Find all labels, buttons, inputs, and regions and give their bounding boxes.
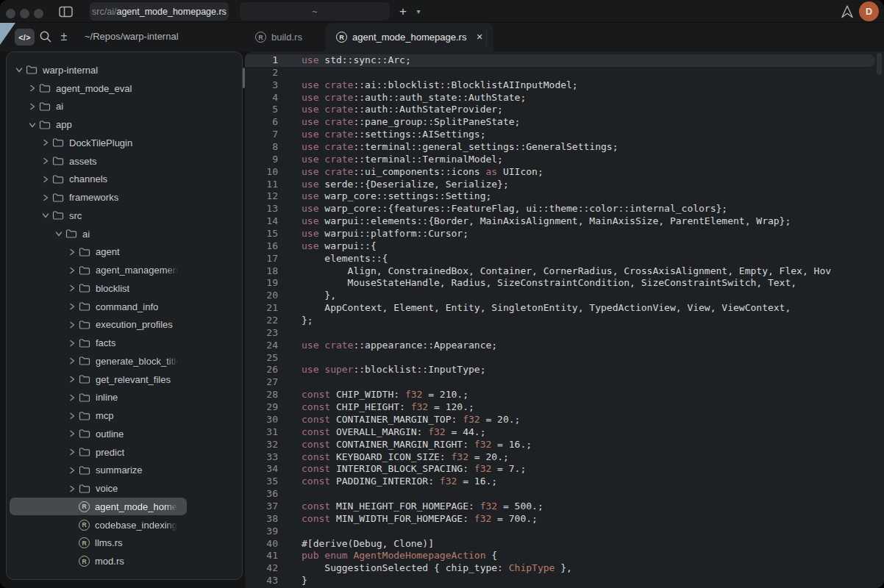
tree-folder-item[interactable]: app	[7, 115, 242, 134]
chevron-right-icon[interactable]	[42, 157, 52, 165]
chevron-right-icon[interactable]	[68, 284, 79, 292]
code-line[interactable]: 4use crate::auth::auth_state::AuthState;	[245, 92, 884, 104]
code-line[interactable]: 36	[245, 488, 884, 501]
zoom-window-button[interactable]	[34, 9, 43, 18]
chevron-right-icon[interactable]	[68, 485, 79, 492]
code-line[interactable]: 41pub enum AgentModeHomepageAction {	[245, 550, 884, 562]
editor-tab-active[interactable]: Ragent_mode_homepage.rs✕	[326, 23, 493, 51]
code-line[interactable]: 29const CHIP_HEIGHT: f32 = 120.;	[245, 401, 884, 414]
code-line[interactable]: 24use crate::appearance::Appearance;	[245, 340, 884, 352]
code-line[interactable]: 3use crate::ai::blocklist::BlocklistAIIn…	[245, 79, 884, 92]
tree-folder-item[interactable]: get_relevant_files	[7, 370, 242, 389]
chevron-right-icon[interactable]	[68, 412, 79, 420]
tree-folder-item[interactable]: blocklist	[7, 279, 242, 298]
tree-file-item[interactable]: Rmod.rs	[7, 552, 242, 570]
chevron-right-icon[interactable]	[68, 376, 79, 383]
code-line[interactable]: 28const CHIP_WIDTH: f32 = 210.;	[245, 389, 884, 401]
chevron-right-icon[interactable]	[42, 176, 52, 183]
code-line[interactable]: 19 MouseStateHandle, Radius, SizeConstra…	[245, 277, 884, 290]
code-line[interactable]: 21 AppContext, Element, Entity, Singleto…	[245, 302, 884, 315]
code-line[interactable]: 8use crate::terminal::general_settings::…	[245, 141, 884, 154]
code-line[interactable]: 38const MIN_WIDTH_FOR_HOMEPAGE: f32 = 70…	[245, 513, 884, 526]
warp-logo-icon[interactable]	[839, 4, 855, 19]
chevron-right-icon[interactable]	[68, 340, 79, 347]
code-line[interactable]: 12use warp_core::settings::Setting;	[245, 190, 884, 203]
chevron-right-icon[interactable]	[68, 394, 79, 401]
code-line[interactable]: 2	[245, 67, 884, 79]
code-line[interactable]: 43}	[245, 575, 884, 587]
terminal-tab-inactive[interactable]: ~	[240, 2, 390, 21]
tree-folder-item[interactable]: agent_mode_eval	[7, 79, 242, 98]
code-line[interactable]: 16use warpui::{	[245, 240, 884, 253]
tree-file-item[interactable]: Rcodebase_indexing.rs	[7, 516, 242, 534]
code-line[interactable]: 17 elements::{	[245, 253, 884, 265]
code-line[interactable]: 42 SuggestionSelected { chip_type: ChipT…	[245, 562, 884, 575]
close-window-button[interactable]	[6, 9, 15, 18]
chevron-right-icon[interactable]	[42, 194, 52, 201]
code-line[interactable]: 32const CONTAINER_MARGIN_RIGHT: f32 = 16…	[245, 439, 884, 451]
code-line[interactable]: 26use super::blocklist::InputType;	[245, 364, 884, 376]
code-line[interactable]: 7use crate::settings::AISettings;	[245, 129, 884, 141]
code-line[interactable]: 18 Align, ConstrainedBox, Container, Cor…	[245, 265, 884, 278]
code-line[interactable]: 11use serde::{Deserialize, Serialize};	[245, 179, 884, 191]
tree-folder-item[interactable]: command_info	[7, 298, 242, 316]
code-line[interactable]: 33const KEYBOARD_ICON_SIZE: f32 = 20.;	[245, 451, 884, 464]
tree-folder-item[interactable]: summarize	[7, 462, 242, 480]
tree-folder-item[interactable]: frameworks	[7, 188, 242, 207]
minimize-window-button[interactable]	[20, 9, 29, 18]
chevron-down-icon[interactable]	[15, 66, 26, 74]
tree-folder-item[interactable]: ai	[7, 225, 242, 243]
user-avatar[interactable]: D	[859, 1, 879, 21]
tree-folder-item[interactable]: assets	[7, 152, 242, 171]
chevron-down-icon[interactable]	[55, 230, 65, 237]
tree-folder-item[interactable]: mcp	[7, 406, 242, 425]
sidebar-toggle-icon[interactable]	[58, 5, 74, 18]
code-line[interactable]: 9use crate::terminal::TerminalModel;	[245, 154, 884, 166]
tree-file-item[interactable]: Ragent_mode_homepage.rs	[7, 498, 242, 516]
chevron-right-icon[interactable]	[68, 248, 79, 256]
code-line[interactable]: 34const INTERIOR_BLOCK_SPACING: f32 = 7.…	[245, 463, 884, 476]
chevron-right-icon[interactable]	[68, 467, 79, 474]
chevron-right-icon[interactable]	[68, 357, 79, 365]
tree-folder-item[interactable]: agent	[7, 243, 242, 262]
code-line[interactable]: 14use warpui::elements::{Border, MainAxi…	[245, 215, 884, 228]
code-line[interactable]: 6use crate::pane_group::SplitPaneState;	[245, 116, 884, 129]
tree-folder-item[interactable]: agent_management	[7, 261, 242, 279]
chevron-right-icon[interactable]	[29, 85, 39, 92]
code-line[interactable]: 30const CONTAINER_MARGIN_TOP: f32 = 20.;	[245, 414, 884, 426]
code-line-current[interactable]: 1use std::sync::Arc;	[245, 54, 884, 67]
code-line[interactable]: 20 },	[245, 290, 884, 302]
tree-folder-item[interactable]: outline	[7, 425, 242, 443]
chevron-right-icon[interactable]	[68, 321, 79, 329]
tree-folder-item[interactable]: warp-internal	[7, 61, 242, 79]
tab-list-chevron-icon[interactable]: ▾	[412, 2, 425, 21]
code-line[interactable]: 13use warp_core::{features::FeatureFlag,…	[245, 203, 884, 215]
code-line[interactable]: 15use warpui::platform::Cursor;	[245, 228, 884, 240]
code-editor-pane[interactable]: 1use std::sync::Arc;23use crate::ai::blo…	[245, 51, 884, 588]
code-line[interactable]: 35const PADDING_INTERIOR: f32 = 16.;	[245, 476, 884, 488]
code-line[interactable]: 10use crate::ui_components::icons as UII…	[245, 166, 884, 179]
code-line[interactable]: 39	[245, 526, 884, 538]
chevron-right-icon[interactable]	[29, 103, 39, 110]
tree-folder-item[interactable]: generate_block_titles	[7, 352, 242, 370]
code-panel-button[interactable]: </>	[15, 29, 35, 46]
terminal-tab-active[interactable]: src/ai/agent_mode_homepage.rs	[90, 2, 229, 21]
close-tab-icon[interactable]: ✕	[476, 32, 482, 42]
tree-file-item[interactable]: Rllms.rs	[7, 534, 242, 553]
code-line[interactable]: 23	[245, 327, 884, 340]
diff-plusminus-icon[interactable]: ±	[57, 30, 71, 43]
code-line[interactable]: 25	[245, 352, 884, 365]
tree-folder-item[interactable]: execution_profiles	[7, 316, 242, 334]
code-line[interactable]: 27	[245, 376, 884, 389]
code-line[interactable]: 22};	[245, 315, 884, 327]
editor-scrollbar-thumb[interactable]	[877, 53, 882, 75]
tree-folder-item[interactable]: DockTilePlugin	[7, 134, 242, 152]
code-line[interactable]: 5use crate::auth::AuthStateProvider;	[245, 104, 884, 116]
code-line[interactable]: 37const MIN_HEIGHT_FOR_HOMEPAGE: f32 = 5…	[245, 501, 884, 513]
editor-tab[interactable]: Rbuild.rs	[245, 23, 313, 51]
tree-folder-item[interactable]: predict	[7, 443, 242, 462]
chevron-right-icon[interactable]	[68, 303, 79, 310]
tree-folder-item[interactable]: facts	[7, 334, 242, 352]
chevron-down-icon[interactable]	[42, 212, 52, 219]
chevron-right-icon[interactable]	[68, 448, 79, 456]
